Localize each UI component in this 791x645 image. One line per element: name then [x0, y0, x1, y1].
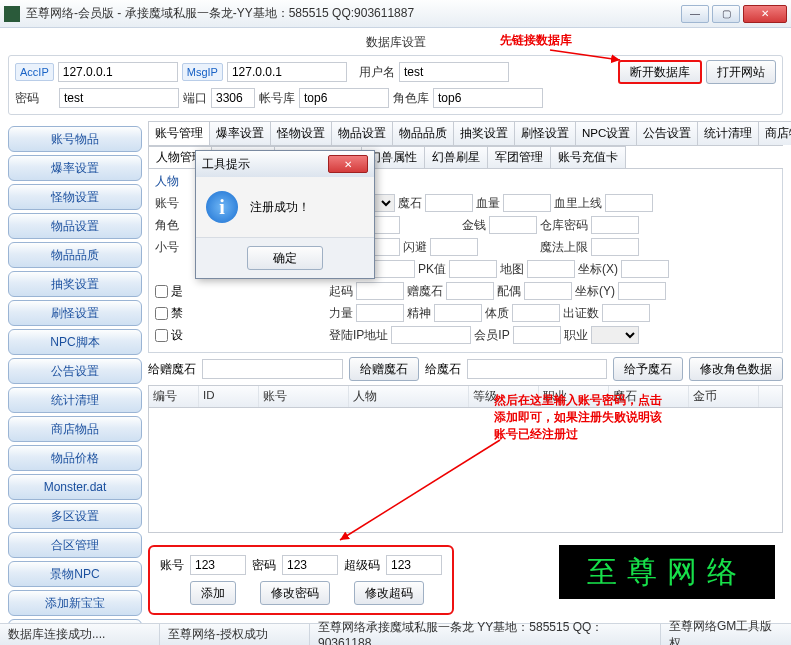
- roledb-label: 角色库: [393, 90, 429, 107]
- col-3[interactable]: 人物: [349, 386, 469, 407]
- reg-pwd-label: 密码: [252, 557, 276, 574]
- main-tab-10[interactable]: 商店物: [758, 121, 791, 145]
- col-1[interactable]: ID: [199, 386, 259, 407]
- sub-tab-6[interactable]: 账号充值卡: [550, 146, 626, 168]
- hpmax-label: 血里上线: [554, 195, 602, 212]
- sidebar-item-5[interactable]: 抽奖设置: [8, 271, 142, 297]
- sidebar-item-12[interactable]: Monster.dat: [8, 474, 142, 500]
- forbid-check[interactable]: 禁: [155, 305, 183, 322]
- coordy-input[interactable]: [618, 282, 666, 300]
- section-title: 数据库设置: [8, 34, 783, 51]
- close-button[interactable]: ✕: [743, 5, 787, 23]
- sub-tab-4[interactable]: 幻兽刷星: [424, 146, 488, 168]
- annotation-mid: 然后在这里输入账号密码，点击添加即可，如果注册失败说明该账号已经注册过: [494, 392, 664, 442]
- give-ms-button[interactable]: 给予魔石: [613, 357, 683, 381]
- minimize-button[interactable]: —: [681, 5, 709, 23]
- msgip-input[interactable]: [227, 62, 347, 82]
- magicmax-input[interactable]: [591, 238, 639, 256]
- map-input[interactable]: [527, 260, 575, 278]
- sidebar-item-8[interactable]: 公告设置: [8, 358, 142, 384]
- sidebar-item-4[interactable]: 物品品质: [8, 242, 142, 268]
- modal-close-button[interactable]: ✕: [328, 155, 368, 173]
- main-tab-9[interactable]: 统计清理: [697, 121, 759, 145]
- is-check[interactable]: 是: [155, 283, 183, 300]
- add-button[interactable]: 添加: [190, 581, 236, 605]
- reg-super-input[interactable]: [386, 555, 442, 575]
- main-tab-8[interactable]: 公告设置: [636, 121, 698, 145]
- sidebar-item-7[interactable]: NPC脚本: [8, 329, 142, 355]
- hp-input[interactable]: [503, 194, 551, 212]
- sidebar-item-14[interactable]: 合区管理: [8, 532, 142, 558]
- spirit-input[interactable]: [434, 304, 482, 322]
- main-tab-0[interactable]: 账号管理: [148, 121, 210, 145]
- give-ms-input[interactable]: [467, 359, 608, 379]
- sidebar-item-11[interactable]: 物品价格: [8, 445, 142, 471]
- moshi-input[interactable]: [425, 194, 473, 212]
- tooltip-modal: 工具提示 ✕ i 注册成功！ 确定: [195, 150, 375, 279]
- spirit-label: 精神: [407, 305, 431, 322]
- set-check[interactable]: 设: [155, 327, 183, 344]
- mate-input[interactable]: [524, 282, 572, 300]
- dodge-input[interactable]: [430, 238, 478, 256]
- power-input[interactable]: [356, 304, 404, 322]
- mod-super-button[interactable]: 修改超码: [354, 581, 424, 605]
- main-tab-5[interactable]: 抽奖设置: [453, 121, 515, 145]
- startcode-input[interactable]: [356, 282, 404, 300]
- col-7[interactable]: 金币: [689, 386, 759, 407]
- storepwd-input[interactable]: [591, 216, 639, 234]
- col-2[interactable]: 账号: [259, 386, 349, 407]
- status-bar: 数据库连接成功.... 至尊网络-授权成功 至尊网络承接魔域私服一条龙 YY基地…: [0, 623, 791, 645]
- main-tab-2[interactable]: 怪物设置: [270, 121, 332, 145]
- dodge-label: 闪避: [403, 239, 427, 256]
- table-body[interactable]: [149, 408, 782, 532]
- modal-ok-button[interactable]: 确定: [247, 246, 323, 270]
- sidebar-item-13[interactable]: 多区设置: [8, 503, 142, 529]
- giftms-input[interactable]: [446, 282, 494, 300]
- cert-input[interactable]: [602, 304, 650, 322]
- main-tab-6[interactable]: 刷怪设置: [514, 121, 576, 145]
- mod-role-button[interactable]: 修改角色数据: [689, 357, 783, 381]
- give-giftms-button[interactable]: 给赠魔石: [349, 357, 419, 381]
- sidebar-item-10[interactable]: 商店物品: [8, 416, 142, 442]
- sidebar-item-2[interactable]: 怪物设置: [8, 184, 142, 210]
- startcode-label: 起码: [329, 283, 353, 300]
- main-tab-1[interactable]: 爆率设置: [209, 121, 271, 145]
- memberip-input[interactable]: [513, 326, 561, 344]
- open-site-button[interactable]: 打开网站: [706, 60, 776, 84]
- sidebar-item-3[interactable]: 物品设置: [8, 213, 142, 239]
- status-auth: 至尊网络-授权成功: [160, 624, 310, 645]
- main-tab-7[interactable]: NPC设置: [575, 121, 637, 145]
- sub-tab-5[interactable]: 军团管理: [487, 146, 551, 168]
- roledb-input[interactable]: [433, 88, 543, 108]
- sub-label: 小号: [155, 239, 179, 256]
- disconnect-db-button[interactable]: 断开数据库: [618, 60, 702, 84]
- sidebar-item-6[interactable]: 刷怪设置: [8, 300, 142, 326]
- money-input[interactable]: [489, 216, 537, 234]
- pk-input[interactable]: [449, 260, 497, 278]
- sidebar-item-15[interactable]: 景物NPC: [8, 561, 142, 587]
- loginip-input[interactable]: [391, 326, 471, 344]
- job-select[interactable]: [591, 326, 639, 344]
- pwd-input[interactable]: [59, 88, 179, 108]
- sidebar-item-1[interactable]: 爆率设置: [8, 155, 142, 181]
- coordx-input[interactable]: [621, 260, 669, 278]
- action-bar: 给赠魔石 给赠魔石 给魔石 给予魔石 修改角色数据: [148, 357, 783, 381]
- hpmax-input[interactable]: [605, 194, 653, 212]
- reg-acc-input[interactable]: [190, 555, 246, 575]
- main-tab-4[interactable]: 物品品质: [392, 121, 454, 145]
- accdb-input[interactable]: [299, 88, 389, 108]
- sidebar-item-0[interactable]: 账号物品: [8, 126, 142, 152]
- accip-input[interactable]: [58, 62, 178, 82]
- mod-pwd-button[interactable]: 修改密码: [260, 581, 330, 605]
- sidebar-item-9[interactable]: 统计清理: [8, 387, 142, 413]
- col-0[interactable]: 编号: [149, 386, 199, 407]
- main-tab-3[interactable]: 物品设置: [331, 121, 393, 145]
- give-giftms-input[interactable]: [202, 359, 343, 379]
- port-input[interactable]: [211, 88, 255, 108]
- maximize-button[interactable]: ▢: [712, 5, 740, 23]
- user-input[interactable]: [399, 62, 509, 82]
- con-input[interactable]: [512, 304, 560, 322]
- reg-pwd-input[interactable]: [282, 555, 338, 575]
- sidebar-item-16[interactable]: 添加新宝宝: [8, 590, 142, 616]
- sidebar: 账号物品爆率设置怪物设置物品设置物品品质抽奖设置刷怪设置NPC脚本公告设置统计清…: [8, 126, 148, 645]
